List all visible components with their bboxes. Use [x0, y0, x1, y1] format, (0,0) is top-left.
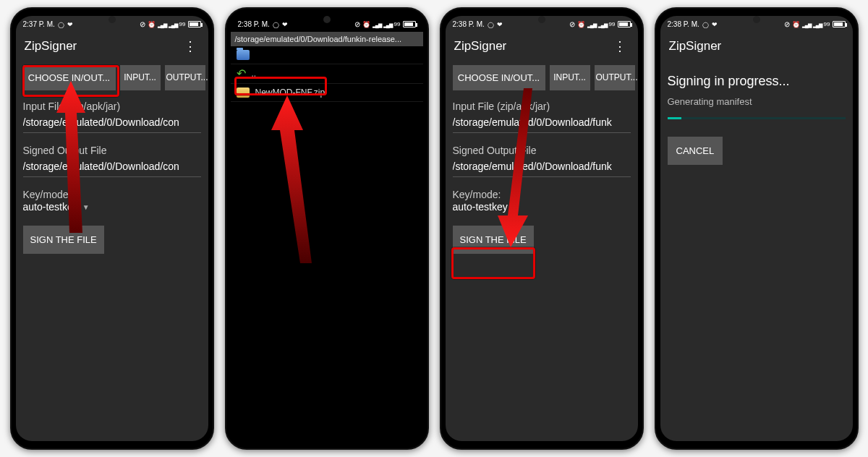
dnd-icon	[569, 20, 575, 28]
input-file-field[interactable]: /storage/emulated/0/Download/funk	[453, 112, 631, 133]
chevron-down-icon: ▼	[512, 203, 519, 211]
dnd-icon	[784, 20, 790, 28]
input-file-field[interactable]: /storage/emulated/0/Download/con	[23, 112, 201, 133]
progress-title: Signing in progress...	[668, 74, 846, 89]
sign-file-button[interactable]: SIGN THE FILE	[453, 226, 534, 254]
svg-marker-1	[271, 95, 312, 263]
input-button[interactable]: INPUT...	[120, 65, 161, 90]
app-bar: ZipSigner ⋮	[16, 32, 208, 61]
heart-icon	[67, 20, 73, 28]
app-bar: ZipSigner	[660, 32, 853, 61]
zip-icon	[237, 87, 250, 98]
file-row-zip[interactable]: NewMOD-FNF.zip	[231, 84, 423, 102]
key-mode-label: Key/mode:	[23, 189, 201, 200]
signal-icon	[598, 20, 607, 28]
input-file-label: Input File (zip/apk/jar)	[453, 101, 631, 112]
battery-icon	[618, 21, 631, 27]
dnd-icon	[140, 20, 145, 28]
status-bar: 2:38 P. M. 99	[660, 16, 853, 32]
signal-icon	[169, 20, 177, 28]
battery-icon	[833, 21, 846, 27]
circle-icon	[488, 20, 494, 28]
sign-file-button[interactable]: SIGN THE FILE	[23, 226, 104, 254]
folder-icon	[237, 50, 250, 60]
more-icon[interactable]: ⋮	[181, 40, 200, 53]
battery-pct: 99	[824, 21, 830, 27]
key-mode-label: Key/mode:	[453, 189, 631, 200]
battery-icon	[403, 21, 416, 27]
status-time: 2:38 P. M.	[238, 20, 270, 28]
phone-2: 2:38 P. M. 99 /storage/emulated/0/Downlo…	[225, 7, 429, 450]
folder-row-root[interactable]	[231, 46, 423, 64]
signal-icon	[813, 20, 822, 28]
heart-icon	[497, 20, 503, 28]
signal-icon	[383, 20, 392, 28]
cancel-button[interactable]: CANCEL	[668, 137, 723, 165]
status-time: 2:37 P. M.	[23, 20, 55, 28]
status-bar: 2:37 P. M. 99	[16, 16, 208, 32]
status-bar: 2:38 P. M. 99	[231, 16, 423, 32]
battery-pct: 99	[394, 21, 401, 27]
key-mode-dropdown[interactable]: auto-testkey ▼	[453, 201, 519, 213]
folder-row-up[interactable]: ↶ ..	[231, 64, 423, 84]
output-file-field[interactable]: /storage/emulated/0/Download/funk	[453, 156, 631, 177]
progress-subtitle: Generating manifest	[668, 96, 846, 107]
path-bar: /storage/emulated/0/Download/funkin-rele…	[231, 32, 423, 46]
phone-1: 2:37 P. M. 99 ZipSigner ⋮ CHOOSE IN/OUT.…	[10, 7, 214, 450]
circle-icon	[702, 20, 709, 28]
key-mode-value: auto-testkey	[453, 201, 508, 213]
alarm-icon	[577, 20, 585, 28]
output-file-label: Signed Output File	[23, 145, 201, 156]
signal-icon	[802, 20, 811, 28]
dnd-icon	[354, 20, 360, 28]
circle-icon	[58, 20, 64, 28]
app-bar: ZipSigner ⋮	[446, 32, 638, 61]
status-bar: 2:38 P. M. 99	[446, 16, 638, 32]
status-time: 2:38 P. M.	[668, 20, 699, 28]
battery-pct: 99	[609, 21, 616, 27]
output-button[interactable]: OUTPUT...	[165, 65, 205, 90]
key-mode-dropdown[interactable]: auto-testkey ▼	[23, 201, 90, 213]
alarm-icon	[148, 20, 156, 28]
heart-icon	[712, 20, 718, 28]
choose-inout-button[interactable]: CHOOSE IN/OUT...	[453, 65, 545, 90]
up-arrow-icon: ↶	[237, 68, 246, 80]
key-mode-value: auto-testkey	[23, 201, 78, 213]
output-file-label: Signed Output File	[453, 145, 631, 156]
alarm-icon	[362, 20, 370, 28]
input-file-label: Input File (zip/apk/jar)	[23, 101, 201, 112]
battery-icon	[188, 21, 201, 27]
signal-icon	[158, 20, 166, 28]
status-time: 2:38 P. M.	[453, 20, 485, 28]
phone-4: 2:38 P. M. 99 ZipSigner Signing in progr…	[655, 7, 859, 450]
input-button[interactable]: INPUT...	[550, 65, 590, 90]
progress-bar	[668, 117, 846, 119]
signal-icon	[587, 20, 596, 28]
phone-3: 2:38 P. M. 99 ZipSigner ⋮ CHOOSE IN/OUT.…	[440, 7, 644, 450]
more-icon[interactable]: ⋮	[610, 40, 629, 53]
signal-icon	[373, 20, 381, 28]
app-title: ZipSigner	[454, 39, 507, 54]
output-file-field[interactable]: /storage/emulated/0/Download/con	[23, 156, 201, 177]
file-name: NewMOD-FNF.zip	[255, 87, 326, 98]
heart-icon	[282, 20, 288, 28]
battery-pct: 99	[179, 21, 186, 27]
output-button[interactable]: OUTPUT...	[595, 65, 635, 90]
progress-fill	[668, 117, 682, 119]
alarm-icon	[792, 20, 800, 28]
up-dir-label: ..	[252, 69, 257, 79]
choose-inout-button[interactable]: CHOOSE IN/OUT...	[23, 65, 116, 90]
app-title: ZipSigner	[669, 39, 722, 54]
annotation-arrow-icon	[261, 95, 326, 269]
circle-icon	[273, 20, 279, 28]
app-title: ZipSigner	[25, 39, 77, 54]
chevron-down-icon: ▼	[82, 203, 90, 211]
